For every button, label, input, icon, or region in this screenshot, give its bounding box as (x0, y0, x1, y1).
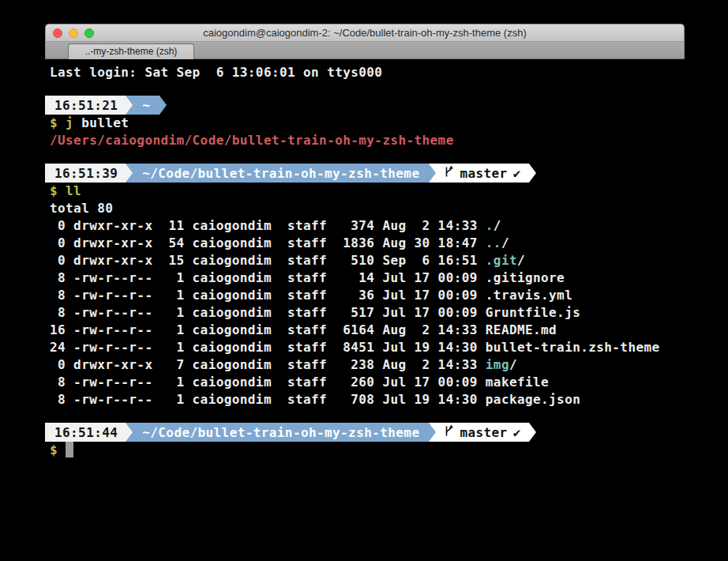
ls-row-meta: 8 -rw-r--r-- 1 caiogondim staff 517 Jul … (50, 305, 486, 320)
file-name: Gruntfile.js (486, 305, 580, 320)
ls-row-meta: 0 drwxr-xr-x 54 caiogondim staff 1836 Au… (50, 235, 486, 250)
ls-row: 0 drwxr-xr-x 7 caiogondim staff 238 Aug … (45, 356, 685, 374)
ls-row-meta: 8 -rw-r--r-- 1 caiogondim staff 708 Jul … (50, 392, 486, 407)
blank-line (45, 81, 685, 96)
dir-slash: / (509, 357, 517, 372)
file-name: makefile (486, 375, 549, 390)
prompt-path-segment: ~/Code/bullet-train-oh-my-zsh-theme (133, 423, 429, 442)
file-name: package.json (486, 392, 580, 407)
git-clean-check-icon: ✔ (513, 425, 521, 440)
ls-row-meta: 8 -rw-r--r-- 1 caiogondim staff 36 Jul 1… (50, 288, 486, 303)
prompt-git-segment: master✔ (436, 423, 528, 442)
git-branch-name: master (460, 166, 507, 181)
last-login-text: Last login: Sat Sep 6 13:06:01 on ttys00… (50, 65, 382, 80)
command-text: j (58, 115, 73, 130)
command-line: $ j bullet (45, 115, 685, 132)
powerline-arrow-icon (159, 96, 167, 115)
blank-line (45, 409, 685, 423)
file-name: .travis.yml (486, 288, 572, 303)
terminal-body[interactable]: Last login: Sat Sep 6 13:06:01 on ttys00… (45, 59, 685, 561)
prompt-bar: 16:51:21~ (45, 96, 685, 115)
ls-row-meta: 24 -rw-r--r-- 1 caiogondim staff 8451 Ju… (50, 340, 486, 355)
blank-line (45, 149, 685, 164)
terminal-window: caiogondim@caiogondim-2: ~/Code/bullet-t… (45, 24, 685, 561)
ls-row-meta: 0 drwxr-xr-x 15 caiogondim staff 510 Sep… (50, 253, 486, 268)
directory-name: img (486, 357, 509, 372)
command-line: $ ll (45, 183, 685, 200)
directory-name: .git (486, 253, 517, 268)
ls-total-line: total 80 (45, 200, 685, 217)
ls-row: 8 -rw-r--r-- 1 caiogondim staff 517 Jul … (45, 304, 685, 322)
git-branch-icon (444, 165, 454, 182)
tab-zsh[interactable]: ..-my-zsh-theme (zsh) (68, 43, 194, 59)
prompt-git-segment: master✔ (436, 164, 528, 183)
powerline-arrow-icon (529, 164, 536, 183)
powerline-arrow-icon (126, 423, 133, 442)
powerline-arrow-icon (126, 96, 133, 115)
ls-row: 8 -rw-r--r-- 1 caiogondim staff 36 Jul 1… (45, 287, 685, 304)
prompt-path-segment: ~ (133, 96, 159, 115)
ls-row: 0 drwxr-xr-x 15 caiogondim staff 510 Sep… (45, 252, 685, 269)
prompt-symbol: $ (50, 183, 58, 198)
dir-slash: / (517, 253, 525, 268)
screen: caiogondim@caiogondim-2: ~/Code/bullet-t… (0, 0, 728, 561)
dir-slash: / (493, 218, 501, 233)
prompt-time-segment: 16:51:44 (45, 423, 126, 442)
ls-row-meta: 8 -rw-r--r-- 1 caiogondim staff 260 Jul … (50, 375, 486, 390)
last-login-line: Last login: Sat Sep 6 13:06:01 on ttys00… (45, 64, 685, 81)
powerline-arrow-icon (126, 164, 133, 183)
git-branch-icon (444, 424, 454, 441)
ls-row: 8 -rw-r--r-- 1 caiogondim staff 708 Jul … (45, 391, 685, 409)
ls-row-meta: 0 drwxr-xr-x 11 caiogondim staff 374 Aug… (50, 218, 486, 233)
titlebar[interactable]: caiogondim@caiogondim-2: ~/Code/bullet-t… (45, 24, 685, 42)
directory-name: .. (486, 235, 501, 250)
git-clean-check-icon: ✔ (513, 166, 521, 181)
prompt-path-segment: ~/Code/bullet-train-oh-my-zsh-theme (133, 164, 429, 183)
tab-bar: ..-my-zsh-theme (zsh) (45, 42, 685, 59)
file-name: README.md (486, 322, 557, 337)
ls-row-meta: 16 -rw-r--r-- 1 caiogondim staff 6164 Au… (50, 322, 486, 337)
powerline-arrow-icon (429, 423, 436, 442)
jump-output-line: /Users/caiogondim/Code/bullet-train-oh-m… (45, 132, 685, 149)
dir-slash: / (501, 235, 509, 250)
prompt-symbol: $ (50, 442, 58, 457)
ls-row: 24 -rw-r--r-- 1 caiogondim staff 8451 Ju… (45, 339, 685, 356)
file-name: .gitignore (486, 270, 565, 285)
command-args: bullet (73, 115, 129, 130)
ls-row: 8 -rw-r--r-- 1 caiogondim staff 260 Jul … (45, 374, 685, 391)
powerline-arrow-icon (429, 164, 436, 183)
powerline-arrow-icon (529, 423, 536, 442)
ls-row: 16 -rw-r--r-- 1 caiogondim staff 6164 Au… (45, 322, 685, 339)
ls-row-meta: 0 drwxr-xr-x 7 caiogondim staff 238 Aug … (50, 357, 486, 372)
terminal-cursor[interactable] (66, 442, 73, 457)
prompt-time-segment: 16:51:39 (45, 164, 126, 183)
ls-row: 0 drwxr-xr-x 11 caiogondim staff 374 Aug… (45, 217, 685, 235)
ls-rows: 0 drwxr-xr-x 11 caiogondim staff 374 Aug… (45, 217, 685, 409)
file-name: bullet-train.zsh-theme (486, 340, 660, 355)
prompt-time-segment: 16:51:21 (45, 96, 126, 115)
ls-row-meta: 8 -rw-r--r-- 1 caiogondim staff 14 Jul 1… (50, 270, 486, 285)
prompt-bar: 16:51:44~/Code/bullet-train-oh-my-zsh-th… (45, 423, 685, 442)
prompt-bar: 16:51:39~/Code/bullet-train-oh-my-zsh-th… (45, 164, 685, 183)
command-line: $ (45, 442, 685, 459)
git-branch-name: master (460, 425, 507, 440)
prompt-symbol: $ (50, 115, 58, 130)
command-text: ll (58, 183, 81, 198)
window-title: caiogondim@caiogondim-2: ~/Code/bullet-t… (46, 24, 684, 43)
ls-row: 8 -rw-r--r-- 1 caiogondim staff 14 Jul 1… (45, 269, 685, 287)
ls-row: 0 drwxr-xr-x 54 caiogondim staff 1836 Au… (45, 235, 685, 252)
tab-label: ..-my-zsh-theme (zsh) (85, 46, 178, 57)
directory-name: . (486, 218, 493, 233)
